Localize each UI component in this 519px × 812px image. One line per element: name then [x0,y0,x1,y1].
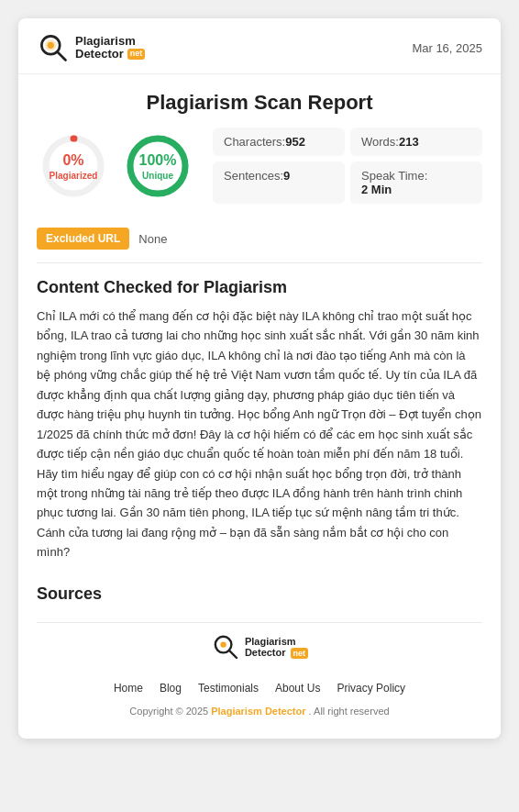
sources-heading: Sources [37,584,482,604]
divider-2 [37,622,482,623]
excluded-value: None [138,232,167,246]
excluded-row: Excluded URL None [18,218,501,262]
report-title: Plagiarism Scan Report [18,74,501,128]
footer-nav: Home Blog Testimonials About Us Privacy … [18,674,501,702]
unique-gauge: 100% Unique [121,129,194,203]
logo-text-bottom: Detector net [75,48,145,61]
speak-time-value: 2 Min [361,183,392,196]
footer-nav-privacy[interactable]: Privacy Policy [337,682,405,695]
sentences-value: 9 [283,169,290,183]
footer-nav-blog[interactable]: Blog [160,682,182,695]
plagiarized-gauge: 0% Plagiarized [37,129,110,203]
logo-text-top: Plagiarism [75,35,145,48]
footer-copyright: Copyright © 2025 Plagiarism Detector . A… [18,702,501,717]
page-card: Plagiarism Detector net Mar 16, 2025 Pla… [18,18,501,739]
plagiarized-gauge-svg: 0% Plagiarized [37,129,110,203]
unique-gauge-label: 100% Unique [139,151,177,180]
svg-point-9 [220,641,226,647]
content-section: Content Checked for Plagiarism Chỉ ILA m… [18,263,501,572]
footer-logo-icon [211,632,240,662]
info-grid: Characters:952 Words:213 Sentences:9 Spe… [213,128,482,204]
logo: Plagiarism Detector net [37,31,145,64]
mini-logo: Plagiarism Detector net [211,632,308,662]
plagiarized-gauge-label: 0% Plagiarized [50,151,98,180]
words-cell: Words:213 [350,128,482,156]
header-date: Mar 16, 2025 [412,41,482,55]
words-label: Words: [361,135,399,149]
footer-logo-text: Plagiarism Detector net [245,636,308,658]
characters-cell: Characters:952 [213,128,345,156]
footer-nav-testimonials[interactable]: Testimonials [198,682,259,695]
sources-section: Sources [18,572,501,622]
footer-logo: Plagiarism Detector net [18,632,501,662]
characters-label: Characters: [224,135,285,149]
sentences-cell: Sentences:9 [213,161,345,204]
words-value: 213 [399,135,419,149]
footer-logo-net-badge: net [291,648,309,659]
content-heading: Content Checked for Plagiarism [37,278,482,297]
svg-line-2 [58,52,66,61]
sentences-label: Sentences: [224,169,283,183]
footer-brand-link[interactable]: Plagiarism Detector [211,706,305,717]
logo-icon [37,31,70,64]
footer-nav-about[interactable]: About Us [275,682,320,695]
content-text: Chỉ ILA mới có thể mang đến cơ hội đặc b… [37,306,482,562]
stats-row: 0% Plagiarized 100% Unique [18,128,501,218]
speak-time-label: Speak Time: [361,169,427,183]
unique-gauge-svg: 100% Unique [121,129,194,203]
svg-point-3 [48,42,54,49]
speak-time-cell: Speak Time: 2 Min [350,161,482,204]
logo-net-badge: net [127,49,146,60]
excluded-url-button[interactable]: Excluded URL [37,228,129,250]
header: Plagiarism Detector net Mar 16, 2025 [18,18,501,74]
characters-value: 952 [285,135,305,149]
svg-line-10 [229,651,237,658]
logo-text-block: Plagiarism Detector net [75,35,145,61]
footer-nav-home[interactable]: Home [114,682,143,695]
gauges: 0% Plagiarized 100% Unique [37,129,194,203]
